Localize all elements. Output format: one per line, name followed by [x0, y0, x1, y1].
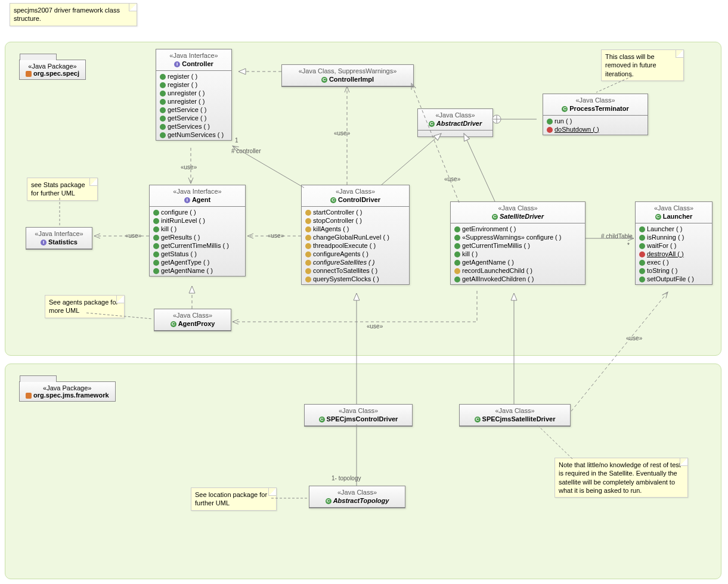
operation: threadpoolExecute ( ): [304, 241, 407, 250]
operation: configureAgents ( ): [304, 250, 407, 258]
stereotype: «Java Interface»: [169, 52, 218, 59]
operation: getResults ( ): [152, 233, 243, 241]
operation: getCurrentTimeMillis ( ): [453, 241, 583, 250]
operation: getStatus ( ): [152, 250, 243, 258]
note-satellite: Note that little/no knowledge of rest of…: [554, 458, 688, 498]
class-controllerimpl[interactable]: «Java Class, SuppressWarnings»CControlle…: [281, 64, 414, 87]
pkg-name: org.spec.specj: [33, 70, 79, 77]
stereotype: «Java Class»: [654, 204, 693, 212]
operation: getAgentName ( ): [453, 258, 583, 266]
class-icon: C: [429, 121, 435, 127]
operation: getService ( ): [159, 105, 229, 114]
note-agents: See agents package for more UML: [45, 295, 125, 318]
class-name: Statistics: [48, 238, 78, 246]
label-use: «use»: [626, 335, 642, 341]
class-name: AbstractDriver: [436, 120, 482, 127]
class-controldriver[interactable]: «Java Class»CControlDriver startControll…: [301, 185, 410, 285]
operation: «SuppressWarnings» configure ( ): [453, 233, 583, 241]
stereotype: «Java Class, SuppressWarnings»: [299, 67, 397, 74]
label-controller: # controller: [231, 148, 261, 154]
class-icon: C: [655, 214, 661, 220]
package-icon: [26, 71, 32, 77]
interface-icon: I: [184, 197, 190, 203]
class-abstractdriver[interactable]: «Java Class»CAbstractDriver: [417, 108, 493, 137]
stereotype: «Java Class»: [336, 188, 375, 195]
operation: exec ( ): [638, 258, 710, 266]
label-use: «use»: [367, 323, 383, 330]
class-agent[interactable]: «Java Interface»IAgent configure ( )init…: [149, 185, 246, 277]
operation: configure ( ): [152, 208, 243, 216]
operation: waitFor ( ): [638, 241, 710, 250]
operation: kill ( ): [152, 225, 243, 233]
package-icon: [26, 393, 32, 399]
class-name: AbstractTopology: [333, 497, 389, 504]
stereotype: «Java Class»: [337, 489, 377, 496]
note-title: specjms2007 driver framework class struc…: [10, 3, 137, 26]
label-use: «use»: [125, 232, 141, 239]
class-icon: C: [475, 417, 481, 423]
note-terminator: This class will be removed in future ite…: [601, 49, 684, 81]
class-specjmscontroldriver[interactable]: «Java Class»CSPECjmsControlDriver: [304, 404, 413, 427]
class-icon: C: [326, 498, 332, 504]
operation: destroyAll ( ): [638, 250, 710, 258]
note-stats: see Stats package for further UML: [27, 178, 98, 201]
stereotype: «Java Class»: [435, 111, 475, 119]
operation: unregister ( ): [159, 97, 229, 105]
operation: configureSatellites ( ): [304, 258, 407, 266]
label-use: «use»: [181, 164, 197, 170]
operation: getService ( ): [159, 114, 229, 122]
label-use: «use»: [444, 176, 460, 182]
stereotype: «Java Class»: [173, 312, 212, 319]
class-processterminator[interactable]: «Java Class»CProcessTerminator run ( )do…: [543, 94, 648, 135]
operation: querySystemClocks ( ): [304, 275, 407, 283]
class-icon: C: [171, 321, 176, 327]
operation: getAgentName ( ): [152, 266, 243, 275]
pkg-stereotype: «Java Package»: [28, 63, 76, 70]
class-statistics[interactable]: «Java Interface»IStatistics: [26, 227, 92, 250]
class-name: Agent: [192, 196, 210, 203]
label-use: «use»: [334, 130, 350, 136]
operation: initRunLevel ( ): [152, 216, 243, 225]
label-topology: 1- topology: [332, 475, 361, 482]
class-abstracttopology[interactable]: «Java Class»CAbstractTopology: [309, 486, 405, 508]
class-name: ControllerImpl: [329, 76, 374, 83]
operation: getServices ( ): [159, 122, 229, 131]
note-location: See location package for further UML: [191, 487, 277, 511]
class-name: Controller: [182, 60, 213, 67]
package-framework-label: «Java Package»org.spec.jms.framework: [19, 381, 116, 402]
class-controller[interactable]: «Java Interface»IController register ( )…: [156, 49, 232, 141]
operation: getCurrentTimeMillis ( ): [152, 241, 243, 250]
operation: toString ( ): [638, 266, 710, 275]
operation: register ( ): [159, 80, 229, 89]
class-icon: C: [562, 106, 568, 112]
label-one: 1: [235, 137, 238, 144]
class-specjmssatellitedriver[interactable]: «Java Class»CSPECjmsSatelliteDriver: [459, 404, 571, 427]
class-launcher[interactable]: «Java Class»CLauncher Launcher ( )isRunn…: [635, 201, 712, 285]
class-name: ControlDriver: [338, 196, 380, 203]
stereotype: «Java Class»: [339, 407, 378, 414]
pkg-name: org.spec.jms.framework: [33, 392, 109, 399]
operation: recordLaunchedChild ( ): [453, 266, 583, 275]
operation: getEnvironment ( ): [453, 225, 583, 233]
class-icon: C: [319, 417, 325, 423]
operation: Launcher ( ): [638, 225, 710, 233]
class-satellitedriver[interactable]: «Java Class»CSatelliteDriver getEnvironm…: [450, 201, 586, 285]
operation: connectToSatellites ( ): [304, 266, 407, 275]
pkg-stereotype: «Java Package»: [43, 384, 91, 392]
label-childtable: # childTable: [601, 233, 633, 240]
class-name: SPECjmsSatelliteDriver: [482, 415, 556, 423]
operation: isRunning ( ): [638, 233, 710, 241]
class-name: SatelliteDriver: [500, 213, 544, 220]
operation: register ( ): [159, 72, 229, 80]
class-name: Launcher: [663, 213, 693, 220]
stereotype: «Java Class»: [495, 407, 534, 414]
label-use: «use»: [268, 232, 284, 239]
operation: run ( ): [546, 117, 645, 125]
label-star: *: [627, 242, 630, 248]
operation: doShutdown ( ): [546, 125, 645, 133]
class-name: SPECjmsControlDriver: [327, 415, 398, 423]
interface-icon: I: [41, 240, 47, 246]
operation: unregister ( ): [159, 89, 229, 97]
interface-icon: I: [174, 61, 180, 67]
class-agentproxy[interactable]: «Java Class»CAgentProxy: [154, 309, 231, 331]
